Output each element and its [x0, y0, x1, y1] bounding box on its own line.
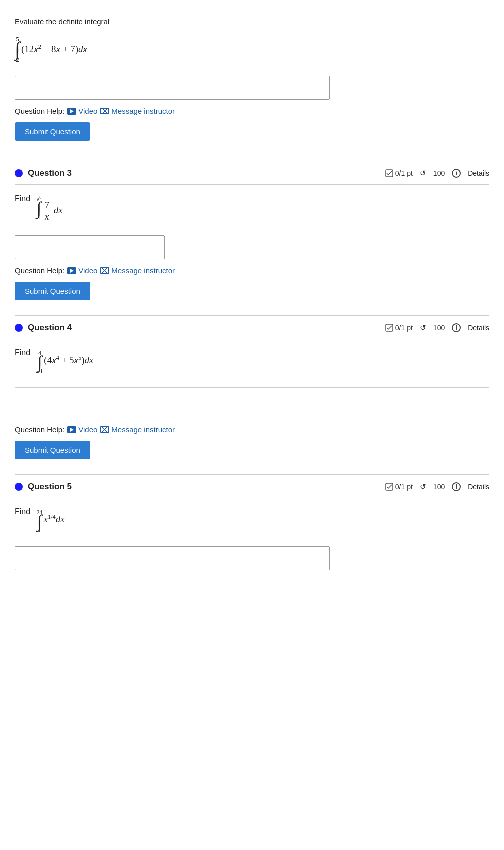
submit-button-q4[interactable]: Submit Question: [15, 441, 90, 460]
blue-dot-q4: [15, 324, 23, 332]
retry-icon-q4: ↺: [420, 324, 426, 332]
mail-icon-q2: [100, 108, 109, 114]
question-5-body: Find 24 ∫ 1 x1/4dx: [15, 498, 489, 582]
find-label-q4: Find 4 ∫ −1 (4x4 + 5x5)dx: [15, 348, 489, 380]
integral-expr-q5: x1/4dx: [44, 514, 65, 525]
video-button-q4[interactable]: Video: [67, 426, 97, 434]
question-5-block: Question 5 0/1 pt ↺ 100 i Details Find: [15, 475, 489, 582]
lower-bound-q2: 2: [16, 56, 19, 63]
check-icon-q3: [385, 170, 393, 178]
blue-dot-q3: [15, 170, 23, 178]
answer-input-q3[interactable]: [15, 236, 165, 260]
details-link-q4[interactable]: Details: [468, 324, 489, 332]
help-label-q3: Question Help:: [15, 266, 64, 275]
find-label-q3: Find e6 ∫ 1 7 x dx: [15, 194, 489, 228]
find-label-q5: Find 24 ∫ 1 x1/4dx: [15, 508, 489, 540]
integral-expr-q4: (4x4 + 5x5)dx: [44, 354, 93, 366]
integral-expr-q3: 7 x dx: [42, 200, 62, 222]
q4-header-right: 0/1 pt ↺ 100 i Details: [385, 324, 489, 332]
check-icon-q5: [385, 483, 393, 491]
q5-header-left: Question 5: [15, 482, 72, 492]
integral-q5: 24 ∫ 1 x1/4dx: [37, 510, 65, 534]
question-3-body: Find e6 ∫ 1 7 x dx: [15, 185, 489, 306]
blue-dot-q5: [15, 483, 23, 491]
q4-score: 0/1 pt: [385, 324, 413, 332]
question-3-header: Question 3 0/1 pt ↺ 100 i Details: [15, 162, 489, 185]
lower-bound-q5: 1: [38, 528, 41, 534]
answer-input-q4[interactable]: [15, 388, 489, 418]
mail-icon-q4: [100, 426, 109, 433]
video-icon-q3: [67, 268, 76, 274]
question-2-continued: Evaluate the definite integral 5 ∫ 2 (12…: [15, 10, 489, 151]
fraction-q3: 7 x: [43, 200, 50, 222]
question-3-block: Question 3 0/1 pt ↺ 100 i Details Find: [15, 162, 489, 306]
problem-label-q2: Evaluate the definite integral: [15, 15, 489, 28]
check-icon-q4: [385, 324, 393, 332]
message-instructor-button-q2[interactable]: Message instructor: [100, 107, 175, 116]
answer-box-q4: [15, 388, 489, 418]
retry-icon-q5: ↺: [420, 482, 426, 492]
integral-q3: e6 ∫ 1 7 x dx: [37, 196, 63, 222]
problem-statement-q2: Evaluate the definite integral 5 ∫ 2 (12…: [15, 15, 489, 69]
question-4-header: Question 4 0/1 pt ↺ 100 i Details: [15, 316, 489, 340]
message-instructor-button-q4[interactable]: Message instructor: [100, 426, 175, 434]
q3-score: 0/1 pt: [385, 170, 413, 178]
lower-bound-q3: 1: [38, 214, 41, 220]
question-5-header: Question 5 0/1 pt ↺ 100 i Details: [15, 475, 489, 498]
q5-header-right: 0/1 pt ↺ 100 i Details: [385, 482, 489, 492]
video-icon-q4: [67, 426, 76, 434]
question-3-title: Question 3: [28, 168, 72, 178]
details-link-q3[interactable]: Details: [468, 170, 489, 178]
q4-header-left: Question 4: [15, 323, 72, 333]
question-help-q3: Question Help: Video Message instructor: [15, 266, 489, 275]
info-icon-q5[interactable]: i: [452, 482, 461, 492]
help-label-q2: Question Help:: [15, 107, 64, 116]
integral-expr-q2: (12x2 − 8x + 7)dx: [21, 41, 87, 58]
info-icon-q4[interactable]: i: [452, 324, 461, 332]
question-4-body: Find 4 ∫ −1 (4x4 + 5x5)dx Question H: [15, 340, 489, 464]
q5-score: 0/1 pt: [385, 483, 413, 491]
retry-icon-q3: ↺: [420, 169, 426, 178]
question-5-title: Question 5: [28, 482, 72, 492]
help-label-q4: Question Help:: [15, 426, 64, 434]
video-button-q2[interactable]: Video: [67, 107, 97, 116]
integral-q2: 5 ∫ 2 (12x2 − 8x + 7)dx: [15, 36, 87, 63]
question-4-title: Question 4: [28, 323, 72, 333]
q3-header-left: Question 3: [15, 168, 72, 178]
details-link-q5[interactable]: Details: [468, 483, 489, 491]
lower-bound-q4: −1: [37, 368, 43, 374]
integral-q4: 4 ∫ −1 (4x4 + 5x5)dx: [37, 350, 94, 374]
submit-button-q3[interactable]: Submit Question: [15, 282, 90, 300]
video-icon-q2: [67, 108, 76, 115]
video-button-q3[interactable]: Video: [67, 266, 97, 275]
answer-input-q5[interactable]: [15, 546, 330, 570]
answer-input-q2[interactable]: [15, 76, 330, 100]
mail-icon-q3: [100, 268, 109, 274]
q3-header-right: 0/1 pt ↺ 100 i Details: [385, 169, 489, 178]
submit-button-q2[interactable]: Submit Question: [15, 122, 90, 141]
message-instructor-button-q3[interactable]: Message instructor: [100, 266, 175, 275]
question-4-block: Question 4 0/1 pt ↺ 100 i Details Find: [15, 316, 489, 464]
question-help-q2: Question Help: Video Message instructor: [15, 107, 489, 116]
question-help-q4: Question Help: Video Message instructor: [15, 426, 489, 434]
info-icon-q3[interactable]: i: [452, 169, 461, 178]
